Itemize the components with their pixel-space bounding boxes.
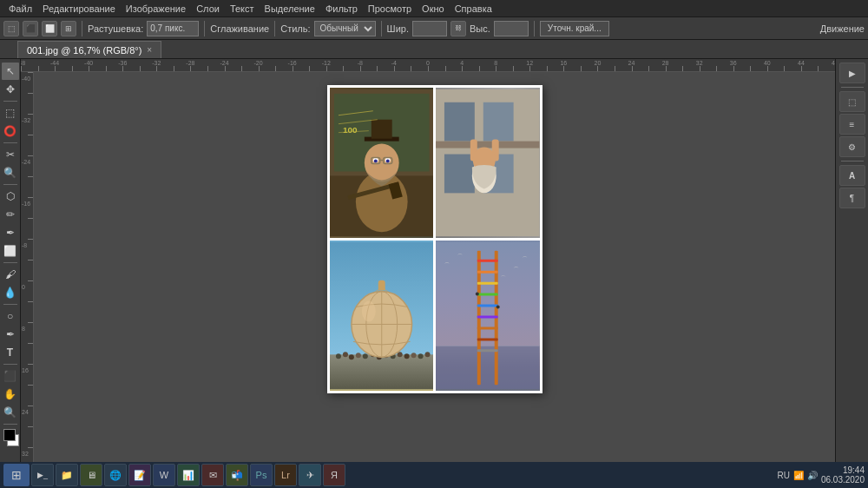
tool-separator: [3, 101, 17, 102]
blur-tool[interactable]: 💧: [2, 284, 19, 301]
panel-separator2: [841, 161, 864, 162]
healing-tool[interactable]: ⬡: [2, 188, 19, 205]
taskbar-filezilla[interactable]: ✉: [201, 464, 224, 486]
gradient-tool[interactable]: 🖌: [2, 266, 19, 283]
rastushevka-input[interactable]: [147, 21, 199, 36]
image-bottom-right: [436, 241, 540, 391]
taskbar-word[interactable]: W: [153, 464, 175, 486]
taskbar-ps[interactable]: Ps: [250, 464, 273, 486]
svg-point-69: [496, 306, 500, 309]
selection-tool[interactable]: ↖: [2, 63, 19, 80]
svg-text:100: 100: [342, 125, 357, 135]
tab-bar: 001.jpg @ 16,7% (RGB/8°) ×: [0, 40, 868, 59]
foreground-color: [3, 429, 16, 441]
svg-rect-26: [436, 142, 540, 148]
hand-tool[interactable]: ✋: [2, 386, 19, 403]
text-tool[interactable]: T: [2, 344, 19, 361]
tool-options-icon2[interactable]: ⬛: [23, 21, 38, 36]
panel-play-btn[interactable]: ▶: [839, 63, 865, 83]
ruler-top: -48-44-40-36-32-28-24-20-16-12-8-4048121…: [21, 59, 835, 72]
vis-input[interactable]: [494, 21, 529, 36]
options-separator2: [204, 21, 205, 36]
taskbar: ⊞ ▶_ 📁 🖥 🌐 📝 W 📊 ✉ 📬 Ps Lr ✈ Я RU 📶 🔊 19…: [0, 462, 868, 488]
left-toolbar: ↖ ✥ ⬚ ⭕ ✂ 🔍 ⬡ ✏ ✒ ⬜ 🖌 💧 ○ ✒ T ⬛ ✋ 🔍: [0, 59, 21, 469]
svg-rect-6: [371, 120, 391, 139]
dodge-tool[interactable]: ○: [2, 307, 19, 325]
panel-gear-btn[interactable]: ⚙: [839, 136, 865, 157]
svg-rect-60: [477, 271, 498, 274]
panel-paragraph-btn[interactable]: ¶: [839, 188, 865, 208]
crop-tool[interactable]: ✂: [2, 146, 19, 163]
menu-filter[interactable]: Фильтр: [320, 2, 363, 16]
image-grid: 100: [327, 85, 542, 393]
stil-select[interactable]: Обычный: [314, 21, 376, 36]
start-button[interactable]: ⊞: [3, 464, 30, 486]
eraser-tool[interactable]: ⬜: [2, 242, 19, 260]
taskbar-spreadsheet[interactable]: 📊: [177, 464, 200, 486]
lock-icon[interactable]: ⛓: [450, 21, 466, 36]
brush-tool[interactable]: ✏: [2, 206, 19, 223]
taskbar-yandex[interactable]: Я: [323, 464, 345, 486]
shir-input[interactable]: [412, 21, 447, 36]
canvas-area: -48-44-40-36-32-28-24-20-16-12-8-4048121…: [21, 59, 835, 469]
svg-rect-55: [436, 346, 540, 389]
menu-edit[interactable]: Редактирование: [37, 2, 121, 16]
menu-layers[interactable]: Слои: [191, 2, 225, 16]
lasso-tool[interactable]: ⭕: [2, 122, 19, 140]
taskbar-mail[interactable]: 📬: [226, 464, 248, 486]
panel-text-btn[interactable]: A: [839, 165, 865, 186]
tool-separator6: [3, 364, 17, 365]
image-top-left: 100: [330, 88, 434, 238]
shape-tool[interactable]: ⬛: [2, 367, 19, 385]
canvas-scroll[interactable]: 100: [34, 72, 835, 469]
tool-separator3: [3, 184, 17, 185]
svg-point-36: [355, 353, 360, 358]
svg-rect-63: [477, 305, 498, 307]
svg-rect-22: [444, 102, 475, 142]
svg-rect-66: [477, 338, 498, 340]
document-tab[interactable]: 001.jpg @ 16,7% (RGB/8°) ×: [17, 41, 161, 58]
zoom-tool[interactable]: 🔍: [2, 404, 19, 421]
move-tool[interactable]: ✥: [2, 81, 19, 98]
utoch-button[interactable]: Уточн. край...: [540, 21, 609, 36]
menu-image[interactable]: Изображение: [121, 2, 191, 16]
taskbar-sublime[interactable]: 📝: [128, 464, 151, 486]
taskbar-browser[interactable]: 🌐: [104, 464, 127, 486]
svg-point-37: [362, 353, 367, 359]
tool-options-icon3[interactable]: ⬜: [42, 21, 57, 36]
marquee-tool[interactable]: ⬚: [2, 104, 19, 122]
panel-screen-btn[interactable]: ⬚: [839, 91, 865, 112]
menu-file[interactable]: Файл: [3, 2, 37, 16]
taskbar-lr[interactable]: Lr: [274, 464, 297, 486]
eyedropper-tool[interactable]: 🔍: [2, 164, 19, 181]
menu-window[interactable]: Окно: [417, 2, 450, 16]
taskbar-terminal[interactable]: ▶_: [31, 464, 54, 486]
pen-tool[interactable]: ✒: [2, 326, 19, 343]
svg-point-45: [418, 353, 423, 359]
taskbar-telegram[interactable]: ✈: [299, 464, 321, 486]
document-canvas: 100: [327, 85, 542, 393]
menu-text[interactable]: Текст: [225, 2, 260, 16]
main-layout: ↖ ✥ ⬚ ⭕ ✂ 🔍 ⬡ ✏ ✒ ⬜ 🖌 💧 ○ ✒ T ⬛ ✋ 🔍: [0, 59, 868, 469]
tool-options-icon[interactable]: ⬚: [3, 21, 19, 36]
menu-view[interactable]: Просмотр: [363, 2, 417, 16]
tool-options-icon4[interactable]: ⊞: [61, 21, 76, 36]
svg-rect-62: [477, 293, 498, 296]
lang-indicator: RU: [777, 471, 789, 480]
svg-rect-59: [477, 260, 498, 262]
clone-tool[interactable]: ✒: [2, 224, 19, 241]
volume-icon: 🔊: [807, 471, 818, 480]
taskbar-app1[interactable]: 🖥: [80, 464, 102, 486]
svg-point-46: [424, 352, 430, 357]
taskbar-tray: RU 📶 🔊 19:44 06.03.2020: [777, 465, 865, 485]
svg-rect-67: [477, 349, 498, 352]
menu-selection[interactable]: Выделение: [260, 2, 320, 16]
tab-close-button[interactable]: ×: [147, 45, 152, 55]
color-swatch[interactable]: [2, 429, 19, 446]
svg-rect-23: [483, 102, 514, 142]
menu-help[interactable]: Справка: [450, 2, 497, 16]
taskbar-files[interactable]: 📁: [56, 464, 78, 486]
panel-properties-btn[interactable]: ≡: [839, 114, 865, 135]
taskbar-time: 19:44 06.03.2020: [821, 465, 865, 485]
tab-filename: 001.jpg @ 16,7% (RGB/8°): [27, 45, 141, 56]
